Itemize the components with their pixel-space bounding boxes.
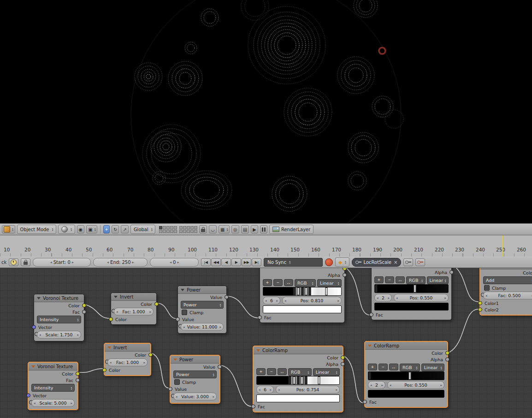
add-stop-button[interactable]: +: [374, 276, 384, 283]
value-output-socket[interactable]: [218, 365, 222, 369]
pivot-point-button[interactable]: ◉: [77, 225, 85, 233]
increment-arrow-icon[interactable]: ▸: [213, 395, 214, 399]
color-output-socket[interactable]: [341, 356, 345, 360]
fac-field[interactable]: ◂Fac: 1.000▸: [107, 358, 148, 366]
decrement-arrow-icon[interactable]: ◂: [278, 388, 280, 392]
color-output-socket[interactable]: [343, 268, 347, 271]
ramp-stop[interactable]: [375, 285, 378, 293]
ramp-stop[interactable]: [297, 287, 300, 295]
vector-input-socket[interactable]: [26, 394, 30, 398]
stop-index-field[interactable]: ◂2▸: [368, 381, 385, 389]
fac-output-socket[interactable]: [82, 310, 86, 314]
increment-arrow-icon[interactable]: ▸: [72, 260, 74, 264]
layer-cell[interactable]: [179, 226, 183, 229]
collapse-icon[interactable]: [256, 349, 260, 352]
delete-stop-button[interactable]: −: [267, 368, 276, 375]
decrement-arrow-icon[interactable]: ◂: [377, 296, 378, 300]
node-invert[interactable]: Invert Color ◂Fac: 1.000▸ Color: [111, 293, 157, 325]
interpolation-select[interactable]: Linear▴▾: [421, 364, 444, 371]
interpolation-select[interactable]: Linear▴▾: [317, 279, 342, 287]
layer-grid-1[interactable]: [159, 226, 177, 233]
node-editor-canvas[interactable]: Voronoi Texture Color Fac Intensity▴▾ Ve…: [0, 268, 532, 418]
layer-cell[interactable]: [170, 230, 173, 233]
color1-input-socket[interactable]: [478, 301, 482, 305]
decrement-arrow-icon[interactable]: ◂: [176, 395, 177, 399]
node-voronoi-texture[interactable]: Voronoi Texture Color Fac Intensity▴▾ Ve…: [28, 362, 78, 410]
color-output-socket[interactable]: [148, 353, 153, 357]
ramp-stop-selected[interactable]: [414, 285, 416, 293]
increment-arrow-icon[interactable]: ▸: [270, 388, 272, 392]
decrement-arrow-icon[interactable]: ◂: [390, 383, 391, 387]
manipulator-translate-button[interactable]: +: [103, 225, 110, 233]
current-frame-field[interactable]: ◂0▸: [150, 258, 199, 267]
start-frame-field[interactable]: ◂Start:0▸: [33, 258, 91, 267]
decrement-arrow-icon[interactable]: ◂: [107, 260, 109, 264]
end-frame-field[interactable]: ◂End:250▸: [93, 258, 148, 267]
increment-arrow-icon[interactable]: ▸: [132, 260, 134, 264]
coloring-select[interactable]: Intensity▴▾: [37, 316, 81, 323]
lock-to-scene-button[interactable]: [199, 225, 207, 233]
flip-ramp-button[interactable]: ↔: [389, 364, 398, 370]
layer-cell[interactable]: [194, 230, 197, 233]
play-reverse-button[interactable]: ◀: [221, 258, 231, 266]
gradient-bar[interactable]: [368, 371, 444, 380]
node-header[interactable]: Voronoi Texture: [29, 363, 77, 370]
manipulator-scale-button[interactable]: ↗: [121, 225, 128, 233]
ramp-stop[interactable]: [305, 376, 307, 384]
layer-cell[interactable]: [194, 226, 197, 229]
fac-input-socket[interactable]: [363, 400, 367, 404]
add-stop-button[interactable]: +: [368, 364, 377, 370]
fac-output-socket[interactable]: [76, 378, 80, 382]
layer-cell[interactable]: [183, 230, 186, 233]
operation-select[interactable]: Power▴▾: [173, 370, 217, 378]
pause-button[interactable]: [260, 225, 267, 233]
record-button[interactable]: [325, 258, 333, 266]
layer-cell[interactable]: [159, 226, 162, 229]
ramp-stop[interactable]: [305, 287, 307, 295]
increment-arrow-icon[interactable]: ▸: [143, 361, 145, 364]
gradient-bar[interactable]: [374, 284, 449, 293]
value-input-socket[interactable]: [168, 387, 172, 391]
scale-field[interactable]: ◂Scale: 1.750▸: [37, 331, 81, 339]
node-colorramp[interactable]: Alpha + − ↔ RGB▴▾ Linear▴▾ ◂6▸ ◂Pos: 0.8…: [260, 268, 345, 323]
stop-position-field[interactable]: ◂Pos: 0.550▸: [394, 294, 449, 302]
alpha-output-socket[interactable]: [343, 273, 347, 277]
increment-arrow-icon[interactable]: ▸: [149, 310, 151, 314]
play-button[interactable]: ▶: [231, 258, 241, 266]
layer-cell[interactable]: [179, 230, 183, 233]
collapse-icon[interactable]: [181, 289, 184, 291]
node-math-power[interactable]: Power Value Power▴▾ Clamp Value ◂Value: …: [177, 286, 227, 334]
node-header[interactable]: Invert: [105, 344, 150, 352]
increment-arrow-icon[interactable]: ▸: [337, 299, 339, 303]
alpha-output-socket[interactable]: [445, 358, 449, 362]
decrement-arrow-icon[interactable]: ◂: [39, 333, 41, 337]
ramp-stop[interactable]: [293, 376, 295, 384]
decrement-arrow-icon[interactable]: ◂: [370, 383, 372, 387]
collapse-icon[interactable]: [107, 346, 111, 349]
decrement-arrow-icon[interactable]: ◂: [259, 388, 260, 392]
increment-arrow-icon[interactable]: ▸: [381, 383, 383, 387]
gradient-bar[interactable]: [263, 287, 342, 296]
increment-arrow-icon[interactable]: ▸: [177, 260, 179, 264]
alpha-output-socket[interactable]: [341, 362, 345, 366]
keying-set-select[interactable]: ◆▴▾: [335, 257, 349, 267]
value-output-socket[interactable]: [225, 295, 229, 299]
color-mode-select[interactable]: RGB▴▾: [406, 276, 426, 284]
ramp-stop[interactable]: [301, 287, 303, 295]
node-header[interactable]: Voronoi Texture: [34, 294, 84, 302]
transform-orientation-select[interactable]: Global▴▾: [130, 225, 155, 234]
flip-ramp-button[interactable]: ↔: [396, 276, 405, 283]
ramp-stop[interactable]: [369, 372, 371, 380]
decrement-arrow-icon[interactable]: ◂: [116, 310, 118, 314]
insert-keyframe-button[interactable]: [403, 258, 413, 266]
interpolation-select[interactable]: Linear▴▾: [427, 276, 449, 284]
layer-cell[interactable]: [187, 230, 190, 233]
jump-to-end-button[interactable]: ▶|: [252, 258, 261, 266]
layer-cell[interactable]: [190, 226, 194, 229]
decrement-arrow-icon[interactable]: ◂: [34, 401, 35, 405]
layer-cell[interactable]: [183, 226, 186, 229]
node-header[interactable]: Power: [178, 286, 226, 294]
decrement-arrow-icon[interactable]: ◂: [485, 294, 487, 298]
decrement-arrow-icon[interactable]: ◂: [265, 299, 267, 303]
stop-position-field[interactable]: ◂Pos: 0.754▸: [276, 386, 340, 394]
